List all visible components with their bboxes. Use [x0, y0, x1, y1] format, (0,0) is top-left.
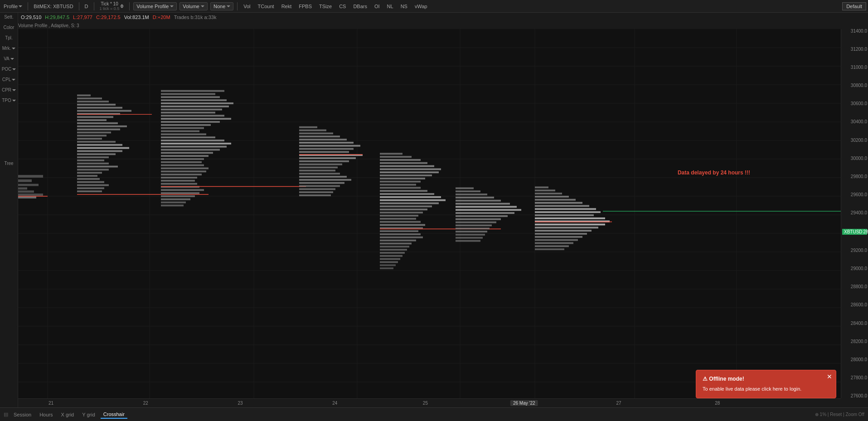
svg-rect-183 — [456, 224, 492, 226]
svg-rect-175 — [456, 200, 501, 202]
svg-rect-152 — [380, 215, 418, 217]
ind-rekt[interactable]: Rekt — [279, 3, 294, 10]
price-28000: 28000.0 — [842, 358, 867, 362]
candle-dropdown[interactable]: None — [210, 2, 233, 10]
offline-close-button[interactable]: ✕ — [827, 373, 832, 380]
svg-rect-77 — [161, 115, 224, 116]
poc-arrow — [12, 68, 16, 70]
cpr-arrow — [12, 89, 16, 91]
hours-button[interactable]: Hours — [37, 411, 55, 418]
profile-menu[interactable]: Profile — [2, 3, 24, 10]
volume-value: Vol:823.1M — [124, 15, 149, 20]
svg-rect-147 — [380, 199, 446, 201]
svg-rect-199 — [535, 218, 605, 219]
svg-rect-146 — [380, 196, 441, 198]
sidebar-item-tpl[interactable]: Tpl. — [0, 34, 18, 42]
timeframe-selector[interactable]: D — [83, 3, 90, 10]
svg-rect-27 — [18, 175, 43, 178]
svg-rect-168 — [380, 264, 396, 266]
svg-rect-82 — [161, 131, 199, 132]
sidebar-item-cpl[interactable]: CPL — [0, 75, 18, 84]
svg-rect-40 — [77, 110, 131, 112]
svg-rect-95 — [161, 170, 206, 172]
ind-ns[interactable]: NS — [398, 3, 410, 10]
svg-rect-43 — [77, 119, 107, 121]
volume-dropdown[interactable]: Volume — [179, 2, 208, 10]
time-26-may: 26 May '22 — [510, 400, 538, 406]
close-value: C:29,172.5 — [96, 15, 121, 20]
svg-rect-116 — [299, 151, 349, 153]
cluster-dropdown[interactable]: Volume Profile — [133, 2, 177, 10]
price-29000: 29000.0 — [842, 266, 867, 271]
default-button[interactable]: Default — [842, 2, 866, 10]
svg-rect-87 — [161, 146, 227, 148]
sidebar-item-va[interactable]: VA — [0, 54, 18, 63]
ind-tcount[interactable]: TCount — [256, 3, 276, 10]
ygrid-button[interactable]: Y grid — [79, 411, 98, 418]
svg-rect-138 — [380, 171, 439, 173]
svg-rect-166 — [380, 258, 400, 260]
sidebar-item-tree[interactable]: Tree — [0, 159, 18, 168]
svg-rect-163 — [380, 249, 407, 251]
profile-arrow — [19, 5, 22, 7]
time-25: 25 — [423, 401, 428, 406]
svg-rect-44 — [77, 122, 118, 124]
svg-rect-58 — [77, 166, 118, 168]
svg-rect-182 — [456, 222, 496, 223]
offline-modal: ✕ ⚠ Offline mode! To enable live data pl… — [696, 370, 836, 398]
trades-value: Trades b:31k a:33k — [174, 15, 217, 20]
svg-rect-153 — [380, 218, 416, 220]
svg-rect-205 — [535, 236, 582, 238]
tpo-arrow — [12, 100, 16, 102]
price-30200: 30200.0 — [842, 138, 867, 143]
time-22: 22 — [143, 401, 148, 406]
ind-vwap[interactable]: vWap — [412, 3, 430, 10]
svg-rect-56 — [77, 160, 104, 161]
svg-rect-195 — [535, 205, 589, 207]
svg-rect-46 — [77, 129, 120, 131]
ind-cs[interactable]: CS — [337, 3, 348, 10]
svg-rect-143 — [380, 187, 421, 189]
svg-rect-35 — [77, 94, 91, 96]
ind-tsize[interactable]: TSize — [317, 3, 334, 10]
sidebar-item-cpr[interactable]: CPR — [0, 86, 18, 94]
svg-rect-184 — [456, 227, 490, 229]
xgrid-button[interactable]: X grid — [58, 411, 77, 418]
svg-rect-102 — [161, 192, 199, 194]
svg-rect-36 — [77, 97, 102, 99]
sidebar-item-color[interactable]: Color — [0, 23, 18, 32]
ind-nl[interactable]: NL — [385, 3, 396, 10]
svg-rect-187 — [456, 237, 483, 239]
svg-rect-121 — [299, 167, 338, 169]
ind-fpbs[interactable]: FPBS — [296, 3, 314, 10]
sidebar-item-tpo[interactable]: TPO — [0, 96, 18, 105]
tick-selector[interactable]: Tick * 10 1 tick = 0.5 — [98, 0, 126, 12]
session-button[interactable]: Session — [11, 411, 34, 418]
svg-rect-91 — [161, 158, 204, 160]
svg-rect-103 — [161, 195, 195, 197]
sidebar-item-sett[interactable]: Sett. — [0, 13, 18, 21]
symbol-label[interactable]: BitMEX: XBTUSD — [32, 3, 75, 10]
sidebar-item-mrk[interactable]: Mrk. — [0, 44, 18, 53]
svg-rect-53 — [77, 150, 122, 152]
svg-rect-83 — [161, 133, 206, 135]
sidebar-item-poc[interactable]: POC — [0, 65, 18, 73]
svg-rect-126 — [299, 182, 344, 184]
ind-vol[interactable]: Vol — [241, 3, 252, 10]
svg-rect-174 — [456, 197, 494, 198]
price-30400: 30400.0 — [842, 120, 867, 124]
info-bar: O:29,510 H:29,847.5 L:27,977 C:29,172.5 … — [18, 13, 868, 22]
high-value: H:29,847.5 — [45, 15, 69, 20]
ind-oi[interactable]: OI — [372, 3, 382, 10]
offline-message[interactable]: To enable live data please click here to… — [703, 386, 829, 392]
ind-dbars[interactable]: DBars — [351, 3, 369, 10]
svg-rect-160 — [380, 240, 416, 242]
svg-rect-141 — [380, 181, 421, 183]
svg-rect-209 — [535, 248, 564, 250]
svg-rect-171 — [456, 187, 474, 189]
svg-rect-120 — [299, 164, 342, 165]
svg-rect-93 — [161, 165, 204, 166]
crosshair-button[interactable]: Crosshair — [101, 411, 127, 419]
candle-arrow — [227, 5, 230, 7]
svg-rect-96 — [161, 174, 202, 175]
